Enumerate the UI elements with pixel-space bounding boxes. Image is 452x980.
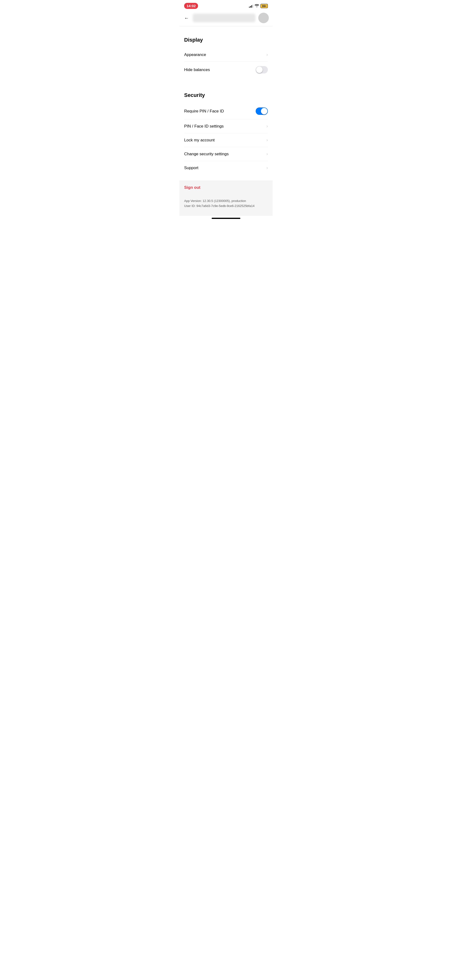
status-icons: 16+ xyxy=(249,4,268,8)
signal-icon xyxy=(249,4,253,8)
lock-account-label: Lock my account xyxy=(184,138,215,143)
app-info-section: App Version: 12.30.5 (12300005), product… xyxy=(179,195,273,216)
battery-icon: 16+ xyxy=(260,4,268,8)
appearance-chevron-icon: › xyxy=(266,52,268,57)
require-pin-toggle[interactable] xyxy=(256,107,268,115)
support-chevron-icon: › xyxy=(266,165,268,170)
change-security-chevron-icon: › xyxy=(266,151,268,156)
avatar[interactable] xyxy=(258,13,269,23)
home-indicator xyxy=(179,216,273,220)
hide-balances-label: Hide balances xyxy=(184,67,210,72)
pin-face-id-chevron-icon: › xyxy=(266,124,268,129)
require-pin-toggle-knob xyxy=(261,108,267,115)
display-section: Display Appearance › Hide balances xyxy=(179,30,273,78)
hide-balances-item[interactable]: Hide balances xyxy=(184,62,268,78)
require-pin-toggle-wrapper xyxy=(256,107,268,115)
user-id-text: User ID: 94c7a6d3-7c9e-5edb-9ce6-2162525… xyxy=(184,204,268,208)
hide-balances-toggle[interactable] xyxy=(256,66,268,73)
header-title-blurred xyxy=(193,14,255,22)
security-section: Security Require PIN / Face ID PIN / Fac… xyxy=(179,86,273,175)
header: ← xyxy=(179,11,273,26)
require-pin-label: Require PIN / Face ID xyxy=(184,109,224,114)
back-button[interactable]: ← xyxy=(183,14,190,22)
lock-account-item[interactable]: Lock my account › xyxy=(184,133,268,147)
support-label: Support xyxy=(184,165,198,170)
appearance-label: Appearance xyxy=(184,52,206,57)
sign-out-label[interactable]: Sign out xyxy=(184,185,200,190)
support-item[interactable]: Support › xyxy=(184,161,268,175)
change-security-label: Change security settings xyxy=(184,152,228,156)
home-bar xyxy=(212,218,240,219)
pin-face-id-settings-label: PIN / Face ID settings xyxy=(184,124,224,129)
security-section-title: Security xyxy=(184,92,268,98)
sign-out-section[interactable]: Sign out xyxy=(179,180,273,195)
display-section-title: Display xyxy=(184,37,268,43)
wifi-icon xyxy=(255,4,259,8)
hide-balances-toggle-wrapper xyxy=(256,66,268,73)
hide-balances-toggle-knob xyxy=(256,67,263,73)
app-version-text: App Version: 12.30.5 (12300005), product… xyxy=(184,199,268,204)
pin-face-id-settings-item[interactable]: PIN / Face ID settings › xyxy=(184,119,268,133)
status-time: 14:02 xyxy=(184,3,198,9)
status-bar: 14:02 16+ xyxy=(179,0,273,11)
lock-account-chevron-icon: › xyxy=(266,138,268,143)
change-security-item[interactable]: Change security settings › xyxy=(184,147,268,161)
require-pin-item[interactable]: Require PIN / Face ID xyxy=(184,103,268,119)
appearance-item[interactable]: Appearance › xyxy=(184,48,268,62)
